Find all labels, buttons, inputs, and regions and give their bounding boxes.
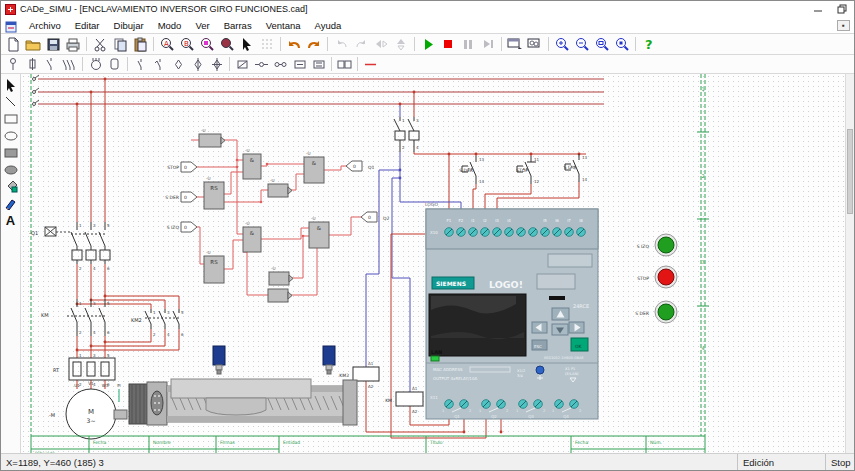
zoom-in-icon[interactable] (552, 35, 572, 53)
line-tool-icon[interactable] (2, 93, 20, 110)
pointer-tool-icon[interactable] (2, 76, 20, 93)
flip-horizontal-icon[interactable] (371, 35, 391, 53)
open-folder-icon[interactable] (23, 35, 43, 53)
paste-icon[interactable] (130, 35, 150, 53)
plc-logo[interactable]: LOGO F1F2 I1I2 I3I4 I5I6 I7I8 X10 (425, 202, 598, 419)
filled-ellipse-tool-icon[interactable] (2, 161, 20, 178)
zoom-area-icon[interactable] (197, 35, 217, 53)
button-sizq[interactable]: S IZQ 1314 (564, 154, 588, 182)
power-probe-tool-icon[interactable] (3, 56, 22, 72)
copy-icon[interactable] (110, 35, 130, 53)
terminal-mark-tool-icon[interactable] (188, 56, 207, 72)
menu-modo[interactable]: Modo (151, 19, 189, 32)
scrollbar-thumb[interactable] (847, 129, 853, 214)
fuse-tool-icon[interactable] (22, 56, 41, 72)
child-minimize-button[interactable]: ▪ (837, 20, 850, 31)
menu-ver[interactable]: Ver (188, 19, 216, 32)
svg-text:4: 4 (167, 332, 170, 337)
save-icon[interactable] (43, 35, 63, 53)
menu-editar[interactable]: Editar (68, 19, 107, 32)
vertical-scrollbar[interactable] (845, 74, 854, 453)
zoom-out-icon[interactable] (572, 35, 592, 53)
lamp-sizq[interactable]: S IZQ (637, 234, 677, 256)
part-number: 6ED1052-1HB00-0BA8 (544, 356, 584, 360)
restore-button[interactable] (834, 3, 850, 15)
cut-icon[interactable] (90, 35, 110, 53)
svg-text:-U: -U (270, 178, 275, 183)
simulate-play-icon[interactable] (418, 35, 438, 53)
esc-button[interactable]: ESC (534, 344, 542, 349)
rect-tool-icon[interactable] (2, 110, 20, 127)
filled-rect-tool-icon[interactable] (2, 144, 20, 161)
enclosure-tool-icon[interactable] (105, 56, 124, 72)
contactor-km2[interactable]: KM2 135246 (131, 309, 184, 337)
svg-text:I7: I7 (567, 218, 571, 223)
document-icon[interactable] (5, 19, 17, 31)
zoom-component-icon[interactable]: A (157, 35, 177, 53)
contact-no-tool-icon[interactable] (41, 56, 60, 72)
multi-pole-contact-tool-icon[interactable] (60, 56, 79, 72)
simulate-stop-icon[interactable] (438, 35, 458, 53)
menu-dibujar[interactable]: Dibujar (107, 19, 151, 32)
brush-tool-icon[interactable] (2, 195, 20, 212)
motor[interactable]: -M M 3~ U1V1W1PI (49, 381, 127, 439)
svg-text:5: 5 (107, 353, 110, 358)
block-b-tool-icon[interactable] (309, 56, 328, 72)
relay-box-tool-icon[interactable] (233, 56, 252, 72)
lamp-sder[interactable]: S DER (635, 301, 677, 323)
wire-red-tool-icon[interactable] (361, 56, 380, 72)
linear-actuator[interactable] (129, 379, 357, 425)
svg-text:Q3: Q3 (528, 414, 534, 419)
block-a-tool-icon[interactable] (290, 56, 309, 72)
print-icon[interactable] (63, 35, 83, 53)
zoom-all-icon[interactable] (612, 35, 632, 53)
menu-ayuda[interactable]: Ayuda (308, 19, 349, 32)
grid-toggle-icon[interactable] (257, 35, 277, 53)
contactor-km[interactable]: KM 135246 (41, 299, 110, 336)
button-stop[interactable]: STOP 1112 (516, 156, 539, 184)
logic-network[interactable]: -U -U -U -U -U -U -U -U -U & & & & (165, 128, 389, 302)
control-breaker[interactable]: 1324 (394, 91, 419, 152)
fill-color-tool-icon[interactable] (2, 178, 20, 195)
limit-switch-tool-icon[interactable] (150, 56, 169, 72)
aux-contact-tool-icon[interactable] (131, 56, 150, 72)
svg-text:3: 3 (416, 118, 419, 123)
menu-ventana[interactable]: Ventana (259, 19, 308, 32)
zoom-window-icon[interactable] (592, 35, 612, 53)
ok-button[interactable]: OK (575, 344, 583, 349)
simulate-pause-icon[interactable] (458, 35, 478, 53)
rotate-right-icon[interactable] (351, 35, 371, 53)
main-breaker[interactable]: -Q1 135246 (29, 222, 110, 271)
text-tool-icon[interactable]: A (2, 212, 20, 229)
drawing-canvas[interactable]: 1 2 3 4 (21, 74, 854, 453)
menu-barras[interactable]: Barras (217, 19, 259, 32)
zoom-detail-icon[interactable]: B (177, 35, 197, 53)
connector-node-tool-icon[interactable] (169, 56, 188, 72)
rotate-left-icon[interactable] (331, 35, 351, 53)
button-sder[interactable]: S DER 1314 (459, 156, 484, 184)
wire-terminal-link-tool-icon[interactable] (271, 56, 290, 72)
simulate-step-icon[interactable] (478, 35, 498, 53)
help-icon[interactable]: ? (639, 35, 659, 53)
window-edit-icon[interactable] (505, 35, 525, 53)
lamp-stop[interactable]: STOP (637, 266, 677, 288)
redo-icon[interactable] (304, 35, 324, 53)
ellipse-tool-icon[interactable] (2, 127, 20, 144)
proximity-sensor[interactable] (323, 346, 335, 374)
window-simulation-icon[interactable] (525, 35, 545, 53)
undo-icon[interactable] (284, 35, 304, 53)
junction-box-tool-icon[interactable] (335, 56, 354, 72)
select-pointer-icon[interactable] (237, 35, 257, 53)
power-rails[interactable] (33, 75, 605, 106)
minimize-button[interactable] (810, 3, 826, 15)
motor-symbol-tool-icon[interactable] (86, 56, 105, 72)
thermal-relay[interactable]: RT 135246 (53, 353, 115, 387)
svg-text:I6: I6 (555, 218, 559, 223)
terminal-cross-tool-icon[interactable] (207, 56, 226, 72)
flip-vertical-icon[interactable] (391, 35, 411, 53)
proximity-sensor[interactable] (213, 346, 225, 374)
new-file-icon[interactable] (3, 35, 23, 53)
zoom-dark-icon[interactable] (217, 35, 237, 53)
menu-archivo[interactable]: Archivo (22, 19, 68, 32)
wire-link-tool-icon[interactable] (252, 56, 271, 72)
